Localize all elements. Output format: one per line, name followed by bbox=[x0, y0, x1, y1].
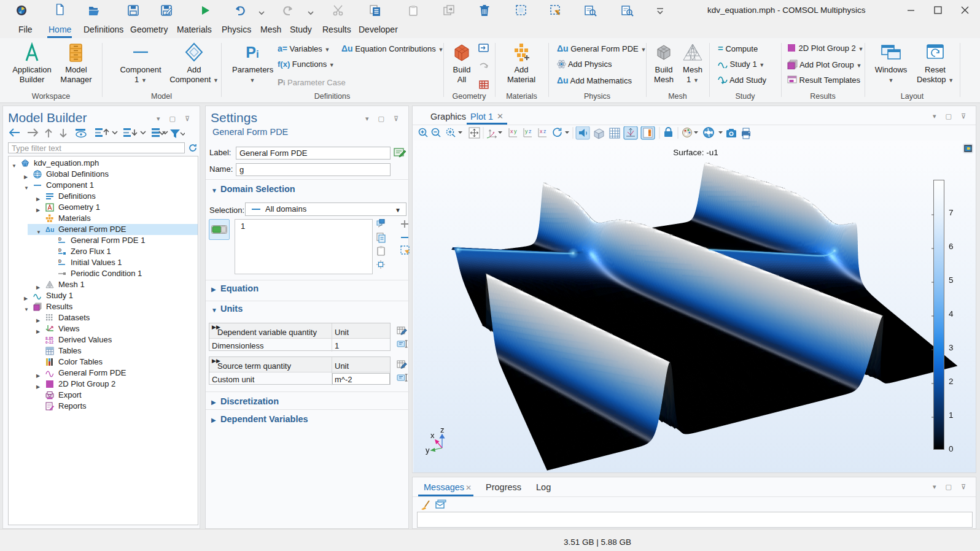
svg-text:x: x bbox=[430, 431, 435, 440]
svg-text:z: z bbox=[529, 128, 532, 134]
svg-text:y: y bbox=[514, 128, 517, 134]
svg-text:D: D bbox=[58, 248, 61, 252]
svg-text:x: x bbox=[540, 128, 543, 134]
svg-text:x: x bbox=[510, 128, 513, 134]
svg-text:D: D bbox=[58, 237, 61, 241]
svg-text:Δu: Δu bbox=[45, 226, 54, 233]
svg-text:z: z bbox=[543, 128, 546, 134]
svg-text:e-12: e-12 bbox=[45, 340, 53, 344]
svg-text:D: D bbox=[58, 259, 61, 263]
svg-text:y: y bbox=[426, 445, 430, 455]
svg-text:y: y bbox=[525, 128, 528, 134]
svg-text:z: z bbox=[440, 427, 445, 434]
